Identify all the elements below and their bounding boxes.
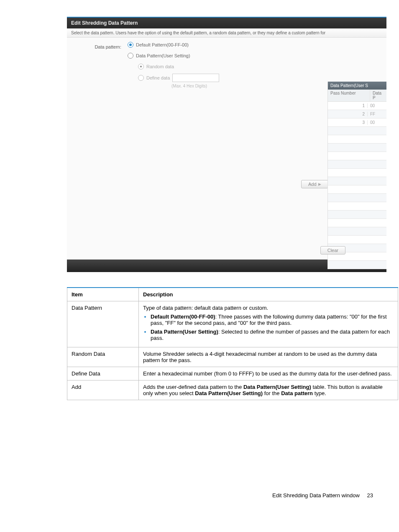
col-data-pattern: Data P (370, 90, 386, 101)
add-button-label: Add (308, 182, 317, 187)
cell-item: Define Data (67, 367, 139, 380)
table-cell: 00 (368, 103, 386, 108)
radio-default-label: Default Pattern(00-FF-00) (136, 42, 189, 47)
table-row: Add Adds the user-defined data pattern t… (67, 380, 398, 400)
cell-desc: Type of data pattern: default data patte… (139, 301, 398, 347)
table-cell: FF (368, 112, 386, 116)
cell-desc: Enter a hexadecimal number (from 0 to FF… (139, 367, 398, 380)
th-description: Description (139, 288, 398, 301)
footer-title: Edit Shredding Data Pattern window (272, 492, 360, 499)
radio-random-data[interactable] (138, 64, 144, 69)
col-pass-number: Pass Number (328, 90, 370, 101)
table-cell: 2 (328, 112, 368, 116)
window-title: Edit Shredding Data Pattern (67, 18, 386, 28)
radio-define-data[interactable] (138, 75, 144, 81)
data-pattern-label: Data pattern: (67, 42, 125, 49)
page-number: 23 (367, 492, 373, 499)
radio-default-pattern[interactable] (128, 42, 133, 48)
arrow-right-icon: ▶ (318, 182, 321, 186)
page-footer: Edit Shredding Data Pattern window 23 (13, 492, 386, 499)
cell-desc: Volume Shredder selects a 4-digit hexade… (139, 347, 398, 367)
table-row: Data Pattern Type of data pattern: defau… (67, 301, 398, 347)
add-button[interactable]: Add ▶ (301, 180, 328, 188)
table-cell: 1 (328, 103, 368, 108)
clear-button-label: Clear (327, 248, 338, 253)
cell-item: Random Data (67, 347, 139, 367)
data-pattern-table: Data Pattern(User S Pass Number Data P 1… (327, 82, 386, 269)
table-row: Random Data Volume Shredder selects a 4-… (67, 347, 398, 367)
radio-user-label: Data Pattern(User Setting) (136, 53, 190, 58)
description-table: Item Description Data Pattern Type of da… (67, 287, 398, 400)
data-pattern-table-header: Data Pattern(User S (328, 82, 386, 90)
define-data-input[interactable] (172, 74, 219, 82)
clear-button[interactable]: Clear (320, 246, 345, 254)
table-row: Define Data Enter a hexadecimal number (… (67, 367, 398, 380)
cell-item: Data Pattern (67, 301, 139, 347)
th-item: Item (67, 288, 139, 301)
instruction-text: Select the data pattern. Users have the … (67, 28, 386, 38)
radio-user-setting[interactable] (128, 53, 133, 59)
cell-item: Add (67, 380, 139, 400)
radio-define-label: Define data (146, 75, 170, 80)
radio-random-label: Random data (146, 64, 174, 69)
screenshot-panel: Edit Shredding Data Pattern Select the d… (67, 17, 386, 272)
cell-desc: Adds the user-defined data pattern to th… (139, 380, 398, 400)
table-cell: 3 (328, 120, 368, 125)
table-cell: 00 (368, 120, 386, 125)
